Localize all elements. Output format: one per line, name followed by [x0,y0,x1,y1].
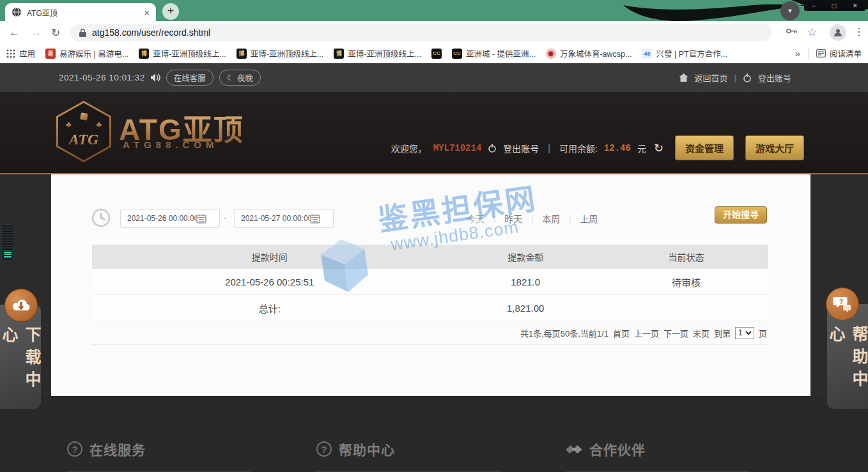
help-center-button[interactable]: ? [826,287,859,321]
refresh-balance-icon[interactable]: ↻ [654,141,663,155]
bookmark-label: 亚博-亚洲顶级线上... [153,47,226,59]
quick-link-yesterday[interactable]: 昨天 [504,212,522,225]
header-logout-link[interactable]: 登出账号 [503,142,539,155]
date-from-input[interactable] [121,214,196,223]
browser-tab-strip: ATG亚顶 × + ▼ – ▢ ✕ [0,0,868,21]
person-icon [833,27,843,38]
footer-section-title: 合作伙伴 [589,439,646,459]
forward-button[interactable]: → [31,26,42,39]
speaker-icon[interactable] [151,73,160,82]
logo-hexagon[interactable]: ♣ ♣ ATG [56,101,111,162]
bookmark-item[interactable]: 易 易游娱乐 | 易游电... [45,47,128,59]
next-page-link[interactable]: 下一页 [663,327,688,339]
bookmark-favicon: 45 [642,49,652,59]
apps-shortcut[interactable]: 应用 [6,47,35,59]
reading-list-label: 阅读清单 [830,47,862,59]
calendar-icon[interactable] [310,214,320,224]
site-favicon-globe-icon [12,7,22,17]
last-page-link[interactable]: 末页 [693,327,709,339]
bookmark-item[interactable]: 博 亚博-亚洲顶级线上... [236,47,324,59]
password-key-icon[interactable] [786,27,797,34]
bookmark-item[interactable]: ◉ 万象城体育-awcsp... [546,47,632,59]
url-omnibox[interactable]: atg158.com/user/record.shtml [70,24,772,42]
footer-section-online-service: ? 在线服务 [67,439,251,472]
bookmark-item[interactable]: 博 亚博-亚洲顶级线上... [334,47,421,59]
divider: | [531,214,533,223]
welcome-label: 欢迎您， [391,142,427,155]
bookmark-item[interactable]: 博 亚博-亚洲顶级线上... [139,47,226,59]
bookmark-label: 易游娱乐 | 易游电... [59,47,128,59]
bookmark-favicon: 博 [334,49,344,59]
tab-close-icon[interactable]: × [144,7,150,18]
prev-page-link[interactable]: 上一页 [634,327,659,339]
divider: | [548,143,550,153]
site-logo-domain: ATG88.COM [123,139,218,150]
date-to-field[interactable] [234,209,334,228]
window-minimize-button[interactable]: – [812,3,815,9]
game-lobby-button[interactable]: 游戏大厅 [745,135,804,160]
divider: | [569,214,571,223]
moon-icon: ☾ [227,73,234,82]
date-to-input[interactable] [235,214,310,223]
mini-player-widget[interactable] [1,224,14,261]
logout-link[interactable]: 登出账号 [758,72,791,84]
online-service-button[interactable]: 在线客服 [166,70,213,86]
window-maximize-button[interactable]: ▢ [831,3,837,9]
window-controls: – ▢ ✕ [804,1,865,11]
date-from-field[interactable] [120,209,220,228]
site-utility-bar: 2021-05-26 10:01:32 在线客服 ☾ 夜晚 返回首页 | [0,63,868,92]
site-header: ♣ ♣ ATG ATG亚顶 ATG88.COM 欢迎您， MYL710214 登… [0,92,868,174]
reload-button[interactable]: ↻ [51,26,60,40]
online-service-label: 在线客服 [174,72,206,84]
quick-link-this-week[interactable]: 本周 [542,212,560,225]
funds-management-button[interactable]: 资金管理 [675,135,734,160]
new-tab-button[interactable]: + [162,3,179,20]
club-icon: ♣ [96,119,102,129]
power-icon [743,73,752,82]
reading-list-button[interactable]: 阅读清单 [816,47,862,59]
apps-grid-icon [6,49,15,58]
bookmark-label: 兴發 | PT官方合作... [656,47,727,59]
night-mode-button[interactable]: ☾ 夜晚 [219,70,261,86]
logo-monogram: ATG [58,131,109,148]
column-header: 提款时间 [92,250,447,263]
home-link[interactable]: 返回首页 [695,72,728,84]
goto-page-suffix: 页 [759,327,767,339]
window-close-button[interactable]: ✕ [853,3,858,9]
back-button[interactable]: ← [9,26,20,39]
site-datetime: 2021-05-26 10:01:32 [59,73,145,82]
footer-section-title: 帮助中心 [339,439,395,459]
bookmarks-overflow-icon[interactable]: » [795,48,800,59]
calendar-icon[interactable] [196,214,206,224]
browser-tab[interactable]: ATG亚顶 × [5,3,156,21]
search-button[interactable]: 开始搜寻 [715,206,767,224]
chevron-down-button[interactable]: ▼ [780,1,800,20]
question-circle-icon: ? [316,441,332,457]
first-page-link[interactable]: 首页 [613,327,630,339]
cloud-download-icon [12,298,31,313]
bookmark-star-icon[interactable]: ☆ [807,26,817,39]
total-amount-cell: 1,821.00 [447,303,603,314]
column-header: 当前状态 [604,250,768,263]
withdraw-time-cell: 2021-05-26 00:25:51 [92,277,447,287]
total-label-cell: 总计: [92,301,447,315]
page-select[interactable]: 1 [735,327,754,339]
bookmark-item[interactable]: CC [431,49,442,59]
bookmark-item[interactable]: 45 兴發 | PT官方合作... [642,47,727,59]
pagination-summary: 共1条,每页50条,当前1/1 [520,327,608,339]
tab-title: ATG亚顶 [27,7,139,18]
quick-link-today[interactable]: 今天 [467,212,484,225]
handshake-icon [566,444,582,455]
bookmark-label: 亚洲城 - 提供亚洲... [466,47,536,59]
quick-link-last-week[interactable]: 上周 [580,212,598,225]
bookmark-item[interactable]: CC 亚洲城 - 提供亚洲... [452,47,536,59]
browser-menu-icon[interactable]: ⋮ [854,26,864,38]
download-center-button[interactable] [4,289,38,322]
question-circle-icon: ? [67,441,82,457]
divider: | [734,73,736,82]
withdraw-amount-cell: 1821.0 [447,277,603,287]
bookmark-label: 亚博-亚洲顶级线上... [251,47,324,59]
date-range-dash: - [224,213,227,223]
profile-avatar[interactable] [830,24,846,41]
table-row: 2021-05-26 00:25:51 1821.0 待审核 [92,269,768,295]
